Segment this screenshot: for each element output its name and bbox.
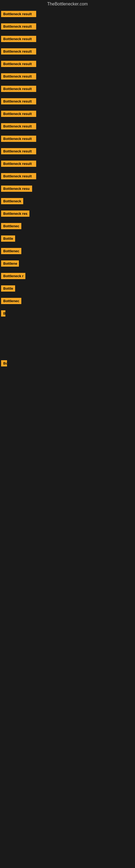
- bar-row: Bo: [0, 357, 135, 369]
- bar-row: Bottlenec: [0, 245, 135, 257]
- bar-row: Bottleneck result: [0, 20, 135, 33]
- bottleneck-bar[interactable]: Bottleneck result: [1, 11, 36, 17]
- bar-row: [0, 344, 135, 357]
- bottleneck-bar[interactable]: Bottlenec: [1, 298, 21, 304]
- bottleneck-bar[interactable]: Bottleneck result: [1, 148, 36, 154]
- bar-row: Bottleneck result: [0, 45, 135, 58]
- bottleneck-bar[interactable]: B: [1, 310, 5, 316]
- bar-row: [0, 319, 135, 332]
- bars-container: Bottleneck resultBottleneck resultBottle…: [0, 8, 135, 420]
- bottleneck-bar[interactable]: Bottleneck result: [1, 98, 36, 104]
- bar-row: Bottleneck result: [0, 58, 135, 70]
- bar-row: [0, 394, 135, 407]
- bottleneck-bar[interactable]: Bottleneck result: [1, 48, 36, 55]
- bottleneck-bar[interactable]: Bo: [1, 360, 7, 367]
- bar-row: Bottleneck result: [0, 120, 135, 132]
- bottleneck-bar[interactable]: Bottleneck result: [1, 135, 36, 142]
- site-title: TheBottlenecker.com: [47, 0, 88, 8]
- bottleneck-bar[interactable]: Bottleneck result: [1, 123, 36, 129]
- bar-row: Bottleneck: [0, 195, 135, 207]
- bar-row: Bottleneck result: [0, 33, 135, 45]
- bar-row: [0, 332, 135, 344]
- bar-row: Bottleneck result: [0, 170, 135, 182]
- bar-row: Bottle: [0, 232, 135, 245]
- bottleneck-bar[interactable]: Bottleneck res: [1, 211, 30, 217]
- bar-row: [0, 369, 135, 382]
- bottleneck-bar[interactable]: Bottleneck result: [1, 86, 36, 92]
- bottleneck-bar[interactable]: Bottleneck resu: [1, 186, 32, 192]
- bar-row: Bottlenec: [0, 220, 135, 232]
- bar-row: Bottleneck r: [0, 270, 135, 282]
- bottleneck-bar[interactable]: Bottle: [1, 236, 15, 242]
- bar-row: B: [0, 307, 135, 319]
- bottleneck-bar[interactable]: Bottleneck r: [1, 273, 26, 279]
- bar-row: Bottleneck result: [0, 157, 135, 170]
- bar-row: [0, 407, 135, 420]
- bar-row: Bottle: [0, 282, 135, 294]
- bar-row: Bottleneck result: [0, 83, 135, 95]
- bottleneck-bar[interactable]: Bottleneck result: [1, 61, 36, 67]
- bottleneck-bar[interactable]: Bottlenec: [1, 248, 21, 254]
- bottleneck-bar[interactable]: Bottleneck result: [1, 23, 36, 30]
- bar-row: Bottleneck result: [0, 8, 135, 20]
- bottleneck-bar[interactable]: Bottle: [1, 285, 15, 291]
- bottleneck-bar[interactable]: Bottlenec: [1, 223, 21, 229]
- site-title-container: TheBottlenecker.com: [0, 0, 135, 8]
- bottleneck-bar[interactable]: Bottlene: [1, 260, 19, 267]
- bottleneck-bar[interactable]: Bottleneck result: [1, 36, 36, 42]
- bottleneck-bar[interactable]: Bottleneck result: [1, 161, 36, 167]
- bar-row: Bottleneck result: [0, 70, 135, 83]
- bar-row: Bottleneck res: [0, 207, 135, 220]
- bar-row: Bottleneck resu: [0, 182, 135, 195]
- bar-row: Bottlenec: [0, 294, 135, 307]
- bar-row: [0, 382, 135, 394]
- bar-row: Bottleneck result: [0, 107, 135, 120]
- bottleneck-bar[interactable]: Bottleneck result: [1, 111, 36, 117]
- bottleneck-bar[interactable]: Bottleneck result: [1, 73, 36, 80]
- bottleneck-bar[interactable]: Bottleneck: [1, 198, 23, 204]
- bar-row: Bottleneck result: [0, 145, 135, 157]
- bar-row: Bottleneck result: [0, 95, 135, 107]
- bar-row: Bottleneck result: [0, 132, 135, 145]
- bottleneck-bar[interactable]: Bottleneck result: [1, 173, 36, 179]
- bar-row: Bottlene: [0, 257, 135, 270]
